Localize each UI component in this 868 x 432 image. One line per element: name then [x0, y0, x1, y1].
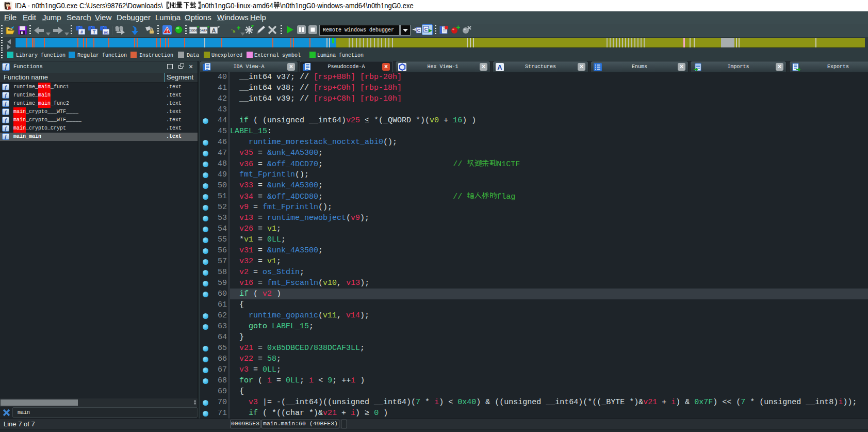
svg-text:CODE: CODE: [189, 29, 198, 32]
svg-text:#: #: [80, 29, 83, 35]
svg-text:'s: 's: [231, 27, 236, 35]
svg-text:C: C: [424, 27, 428, 32]
svg-text:DATA: DATA: [200, 29, 208, 32]
svg-text:101: 101: [103, 31, 109, 34]
svg-text:C: C: [417, 28, 421, 33]
svg-text:T: T: [93, 29, 96, 35]
svg-text:A: A: [212, 27, 216, 34]
